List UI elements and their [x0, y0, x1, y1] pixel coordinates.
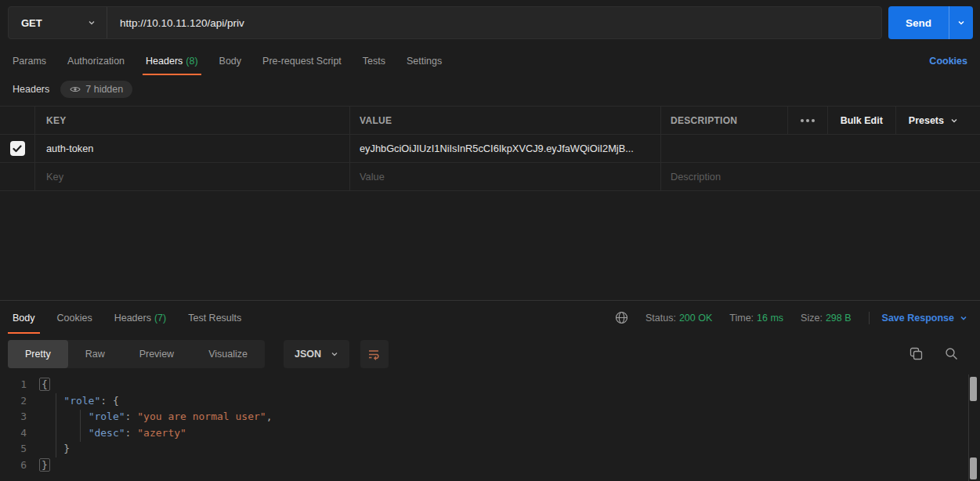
bulk-edit-label: Bulk Edit: [841, 115, 883, 126]
code-line: 5 }: [0, 441, 980, 457]
tab-label: Body: [13, 313, 35, 324]
tab-label: Pre-request Script: [262, 56, 342, 67]
response-tab-cookies[interactable]: Cookies: [57, 301, 92, 335]
new-key-input[interactable]: [46, 171, 338, 183]
time-label: Time:: [729, 313, 754, 324]
chevron-down-icon: [88, 19, 96, 27]
tab-params[interactable]: Params: [13, 47, 46, 75]
response-status-bar: Status:200 OK Time:16 ms Size:298 B Save…: [615, 311, 967, 324]
copy-icon: [909, 347, 923, 360]
code-line: 3 "role": "you are normal user",: [0, 409, 980, 425]
tab-authorization[interactable]: Authorization: [67, 47, 125, 75]
view-tab-visualize[interactable]: Visualize: [191, 340, 265, 368]
code-line: 6}: [0, 457, 980, 474]
format-label: JSON: [295, 349, 321, 360]
view-tab-pretty[interactable]: Pretty: [8, 340, 68, 368]
new-description-input[interactable]: [671, 171, 971, 183]
tab-pre-request-script[interactable]: Pre-request Script: [262, 47, 342, 75]
scrollbar-track: [968, 374, 969, 481]
divider: [869, 312, 870, 324]
line-number: 6: [0, 457, 39, 474]
request-url-bar: GET: [8, 6, 882, 39]
response-view-toolbar: Pretty Raw Preview Visualize JSON: [8, 339, 972, 368]
status-value: 200 OK: [679, 313, 712, 324]
more-options-icon: [801, 119, 815, 122]
code-lines: 1{2 "role": {3 "role": "you are normal u…: [0, 374, 980, 474]
select-all-cell: [0, 107, 34, 134]
line-number: 5: [0, 441, 39, 457]
method-select[interactable]: GET: [9, 7, 107, 38]
save-response-dropdown[interactable]: Save Response: [882, 313, 967, 324]
checkmark-icon: [13, 145, 22, 153]
globe-icon: [615, 311, 628, 324]
copy-button[interactable]: [909, 347, 923, 360]
code-line: 2 "role": {: [0, 393, 980, 410]
header-key-value[interactable]: auth-token: [46, 143, 93, 154]
chevron-down-icon: [331, 350, 338, 358]
tab-body[interactable]: Body: [219, 47, 242, 75]
response-tab-headers[interactable]: Headers (7): [114, 301, 167, 335]
cookies-link[interactable]: Cookies: [929, 56, 967, 67]
chevron-down-icon: [957, 19, 965, 27]
hidden-headers-toggle[interactable]: 7 hidden: [60, 81, 132, 98]
column-header-value: VALUE: [360, 115, 392, 126]
view-tab-raw[interactable]: Raw: [68, 340, 122, 368]
code-line: 1{: [0, 377, 980, 393]
wrap-text-icon: [367, 348, 382, 360]
time-field: Time:16 ms: [729, 313, 783, 324]
column-header-description-cell: DESCRIPTION Bulk Edit Presets: [660, 107, 980, 134]
tab-label: Settings: [407, 56, 442, 67]
row-checkbox[interactable]: [10, 141, 25, 156]
bulk-edit-button[interactable]: Bulk Edit: [827, 106, 895, 135]
request-tabs: Params Authorization Headers (8) Body Pr…: [0, 47, 980, 75]
tab-headers[interactable]: Headers (8): [146, 47, 198, 75]
scrollbar-thumb[interactable]: [970, 457, 977, 479]
search-button[interactable]: [945, 347, 958, 360]
tab-count-badge: (8): [186, 56, 197, 67]
send-button[interactable]: Send: [888, 6, 949, 39]
presets-label: Presets: [909, 115, 944, 126]
line-number: 1: [0, 377, 39, 393]
response-tab-test-results[interactable]: Test Results: [188, 301, 241, 335]
presets-dropdown[interactable]: Presets: [895, 106, 971, 135]
table-row-empty: [0, 163, 980, 191]
view-tab-preview[interactable]: Preview: [122, 340, 191, 368]
send-split-button: Send: [888, 6, 973, 39]
size-label: Size:: [801, 313, 823, 324]
status-field: Status:200 OK: [645, 313, 712, 324]
chevron-down-icon: [950, 117, 958, 125]
view-mode-segmented-control: Pretty Raw Preview Visualize: [8, 340, 265, 368]
response-tabs: Body Cookies Headers (7) Test Results St…: [0, 301, 980, 335]
tab-tests[interactable]: Tests: [363, 47, 385, 75]
headers-table: KEY VALUE DESCRIPTION Bulk Edit Presets: [0, 106, 980, 191]
format-dropdown[interactable]: JSON: [284, 340, 349, 368]
status-label: Status:: [645, 313, 676, 324]
line-number: 2: [0, 393, 39, 410]
scrollbar-thumb[interactable]: [970, 377, 977, 401]
time-value: 16 ms: [757, 313, 783, 324]
tab-label: Headers: [146, 56, 183, 67]
column-header-key: KEY: [46, 115, 67, 126]
tab-label: Headers: [114, 313, 151, 324]
tab-label: Tests: [363, 56, 385, 67]
size-field: Size:298 B: [801, 313, 851, 324]
eye-icon: [70, 85, 81, 93]
send-options-button[interactable]: [949, 6, 973, 39]
response-body-editor[interactable]: 1{2 "role": {3 "role": "you are normal u…: [0, 374, 980, 481]
header-value-value[interactable]: eyJhbGciOiJIUzI1NiIsInR5cCI6IkpXVCJ9.eyJ…: [360, 143, 634, 154]
size-value: 298 B: [826, 313, 852, 324]
line-number: 3: [0, 409, 39, 425]
response-tab-body[interactable]: Body: [13, 301, 35, 335]
new-value-input[interactable]: [360, 171, 651, 183]
search-icon: [945, 347, 958, 360]
tab-label: Params: [13, 56, 46, 67]
tab-label: Cookies: [57, 313, 92, 324]
tab-label: Body: [219, 56, 242, 67]
save-response-label: Save Response: [882, 313, 954, 324]
url-input[interactable]: [107, 7, 881, 38]
wrap-text-button[interactable]: [360, 340, 389, 368]
more-options-button[interactable]: [787, 106, 827, 135]
tab-settings[interactable]: Settings: [407, 47, 442, 75]
code-line: 4 "desc": "azerty": [0, 425, 980, 442]
indent-guide: [80, 410, 81, 442]
